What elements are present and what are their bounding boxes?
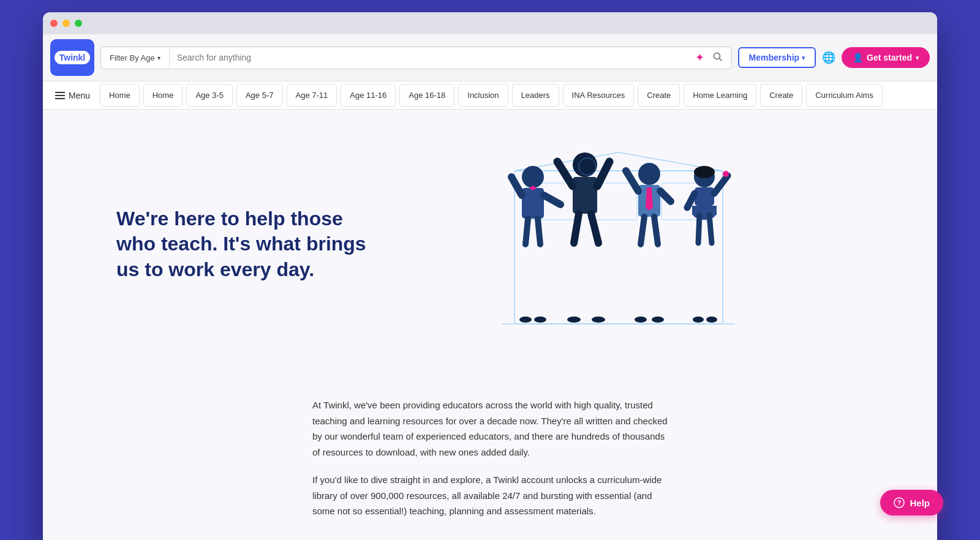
svg-line-10 [544,195,560,204]
svg-line-9 [511,177,522,195]
title-bar [43,12,937,34]
minimize-button[interactable] [62,20,70,27]
svg-line-27 [654,217,658,244]
svg-line-33 [714,176,728,193]
svg-line-17 [597,162,609,186]
svg-point-7 [522,166,544,188]
svg-point-44 [652,317,664,323]
nav-item-home2[interactable]: Home [143,84,183,107]
get-started-label: Get started [867,53,912,62]
hero-title: We're here to help those who teach. It's… [116,206,374,283]
membership-button[interactable]: Membership [738,47,816,68]
svg-rect-32 [692,206,717,215]
svg-text:?: ? [897,499,902,506]
svg-point-43 [635,317,647,323]
svg-line-16 [557,162,573,186]
close-button[interactable] [50,20,58,27]
menu-label: Menu [69,91,90,100]
nav-item-home-learning[interactable]: Home Learning [684,84,756,107]
maximize-button[interactable] [75,20,82,27]
nav-item-curriculum-aims[interactable]: Curriculum Aims [806,84,883,107]
nav-bar: Menu Home Home Age 3-5 Age 5-7 Age 7-11 … [43,81,937,110]
nav-item-create2[interactable]: Create [760,84,802,107]
svg-marker-23 [646,187,653,211]
hamburger-icon [55,92,65,99]
help-button[interactable]: ? Help [880,490,943,516]
svg-point-45 [693,317,704,323]
svg-rect-8 [522,188,544,219]
search-input[interactable] [170,48,695,67]
nav-item-age16-18[interactable]: Age 16-18 [399,84,454,107]
menu-button[interactable]: Menu [48,84,97,107]
nav-item-leaders[interactable]: Leaders [512,84,559,107]
nav-item-ina-resources[interactable]: INA Resources [563,84,635,107]
nav-item-age7-11[interactable]: Age 7-11 [287,84,337,107]
get-started-button[interactable]: 👤 Get started [842,47,930,68]
hero-text-block: We're here to help those who teach. It's… [116,206,374,283]
svg-line-36 [709,215,712,243]
search-button[interactable] [704,47,731,69]
search-icon [713,52,723,62]
svg-line-19 [591,214,598,243]
nav-item-age3-5[interactable]: Age 3-5 [186,84,233,107]
svg-line-34 [687,193,695,208]
body-paragraph-2: If you'd like to dive straight in and ex… [312,472,668,519]
svg-point-0 [714,53,720,59]
help-label: Help [910,498,930,508]
svg-line-11 [526,219,528,244]
svg-point-14 [573,152,597,177]
browser-window: Twinkl Filter By Age ✦ Membership 🌐 👤 Ge… [43,12,937,540]
nav-item-inclusion[interactable]: Inclusion [458,84,508,107]
globe-button[interactable]: 🌐 [822,51,835,64]
svg-line-26 [641,217,644,244]
svg-marker-6 [514,152,723,171]
svg-point-41 [567,317,581,323]
user-icon: 👤 [853,53,863,62]
main-content: We're here to help those who teach. It's… [43,110,937,540]
help-icon: ? [894,497,905,508]
nav-item-age11-16[interactable]: Age 11-16 [341,84,396,107]
svg-line-24 [626,171,638,191]
svg-point-29 [694,166,715,178]
svg-point-39 [519,317,532,323]
svg-point-40 [534,317,546,323]
svg-line-12 [538,219,540,244]
svg-line-18 [574,214,579,243]
search-bar: Filter By Age ✦ [100,47,732,69]
nav-item-age5-7[interactable]: Age 5-7 [236,84,283,107]
sparkle-icon: ✦ [695,51,704,64]
browser-chrome: Twinkl Filter By Age ✦ Membership 🌐 👤 Ge… [43,34,937,81]
nav-item-create1[interactable]: Create [638,84,680,107]
hero-illustration [374,146,864,342]
illustration-svg [478,146,760,342]
svg-rect-15 [573,177,597,214]
twinkl-logo[interactable]: Twinkl [50,39,94,76]
hero-section: We're here to help those who teach. It's… [43,110,937,379]
svg-line-25 [660,191,671,201]
svg-rect-30 [695,187,714,206]
svg-point-21 [638,163,660,185]
logo-text: Twinkl [55,51,91,64]
people-illustration [478,146,760,342]
body-text-section: At Twinkl, we've been providing educator… [43,379,937,540]
nav-item-home1[interactable]: Home [100,84,140,107]
svg-point-37 [723,171,729,177]
svg-point-46 [706,317,717,323]
svg-line-35 [698,215,699,243]
filter-by-age-button[interactable]: Filter By Age [101,48,170,67]
body-paragraph-1: At Twinkl, we've been providing educator… [312,397,668,460]
svg-line-1 [719,58,722,61]
svg-point-42 [592,317,605,323]
